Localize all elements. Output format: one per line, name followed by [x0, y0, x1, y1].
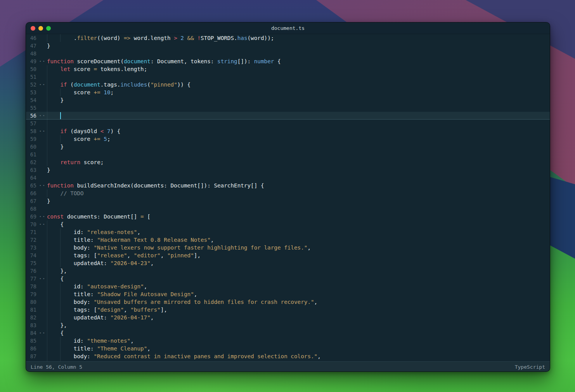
line-content[interactable]: id: "autosave-design",	[47, 283, 550, 290]
line-content[interactable]: let score = tokens.length;	[47, 65, 550, 73]
code-line[interactable]: 79 title: "Shadow File Autosave Design",	[26, 290, 550, 298]
line-content[interactable]: },	[47, 321, 550, 329]
line-content[interactable]: tags: ["release", "editor", "pinned"],	[47, 252, 550, 259]
code-line[interactable]: 53 score += 10;	[26, 88, 550, 96]
line-content[interactable]: {	[47, 329, 550, 337]
code-line[interactable]: 81 tags: ["design", "buffers"],	[26, 306, 550, 314]
line-content[interactable]: id: "theme-notes",	[47, 337, 550, 345]
code-line[interactable]: 78 id: "autosave-design",	[26, 283, 550, 290]
line-content[interactable]: const documents: Document[] = [	[47, 213, 550, 220]
code-line[interactable]: 74 tags: ["release", "editor", "pinned"]…	[26, 252, 550, 259]
code-line[interactable]: 62 return score;	[26, 158, 550, 166]
code-line[interactable]: 71 id: "release-notes",	[26, 228, 550, 236]
line-content[interactable]: updatedAt: "2026-04-23",	[47, 259, 550, 267]
code-line[interactable]: 67}	[26, 197, 550, 205]
code-line[interactable]: 76 },	[26, 267, 550, 275]
line-content[interactable]: function buildSearchIndex(documents: Doc…	[47, 182, 550, 189]
fold-marker[interactable]: ··	[39, 81, 46, 88]
line-content[interactable]: }	[47, 143, 550, 151]
code-line[interactable]: 59 score += 5;	[26, 135, 550, 143]
gutter: 77··	[26, 275, 47, 283]
code-line[interactable]: 51	[26, 73, 550, 81]
line-content[interactable]	[47, 50, 550, 57]
line-content[interactable]: .filter((word) => word.length > 2 && !ST…	[47, 34, 550, 42]
code-line[interactable]: 66 // TODO	[26, 189, 550, 197]
line-content[interactable]: body: "Unsaved buffers are mirrored to h…	[47, 298, 550, 306]
line-content[interactable]	[47, 120, 550, 127]
code-line[interactable]: 88 tags: ["theme"],	[26, 360, 550, 361]
line-content[interactable]: {	[47, 220, 550, 228]
code-line[interactable]: 65··function buildSearchIndex(documents:…	[26, 182, 550, 189]
code-line[interactable]: 56··	[26, 112, 550, 120]
code-line[interactable]: 83 },	[26, 321, 550, 329]
code-line[interactable]: 47}	[26, 42, 550, 50]
fold-marker[interactable]: ··	[39, 213, 46, 220]
code-line[interactable]: 50 let score = tokens.length;	[26, 65, 550, 73]
fold-marker[interactable]: ··	[39, 182, 46, 189]
line-content[interactable]: body: "Reduced contrast in inactive pane…	[47, 352, 550, 360]
line-content[interactable]: updatedAt: "2026-04-17",	[47, 314, 550, 321]
line-content[interactable]	[47, 151, 550, 158]
code-line[interactable]: 57	[26, 120, 550, 127]
code-line[interactable]: 68	[26, 205, 550, 213]
fold-marker[interactable]: ··	[39, 329, 46, 337]
line-content[interactable]: function scoreDocument(document: Documen…	[47, 57, 550, 65]
line-content[interactable]	[47, 112, 550, 120]
code-line[interactable]: 61	[26, 151, 550, 158]
line-content[interactable]	[47, 73, 550, 81]
line-content[interactable]: tags: ["design", "buffers"],	[47, 306, 550, 314]
gutter: 69··	[26, 213, 47, 220]
code-line[interactable]: 63}	[26, 166, 550, 174]
code-line[interactable]: 69··const documents: Document[] = [	[26, 213, 550, 220]
line-content[interactable]	[47, 205, 550, 213]
code-area[interactable]: 46 .filter((word) => word.length > 2 && …	[26, 34, 550, 361]
language-mode-status[interactable]: TypeScript	[515, 364, 545, 370]
code-line[interactable]: 48	[26, 50, 550, 57]
line-content[interactable]: score += 5;	[47, 135, 550, 143]
code-line[interactable]: 84·· {	[26, 329, 550, 337]
code-line[interactable]: 80 body: "Unsaved buffers are mirrored t…	[26, 298, 550, 306]
code-line[interactable]: 70·· {	[26, 220, 550, 228]
code-line[interactable]: 82 updatedAt: "2026-04-17",	[26, 314, 550, 321]
title-bar[interactable]: document.ts	[26, 23, 550, 34]
code-line[interactable]: 49··function scoreDocument(document: Doc…	[26, 57, 550, 65]
fold-marker[interactable]: ··	[39, 57, 46, 65]
line-content[interactable]: id: "release-notes",	[47, 228, 550, 236]
line-content[interactable]: }	[47, 197, 550, 205]
code-line[interactable]: 64	[26, 174, 550, 182]
line-content[interactable]	[47, 104, 550, 112]
code-line[interactable]: 54 }	[26, 96, 550, 104]
code-line[interactable]: 52·· if (document.tags.includes("pinned"…	[26, 81, 550, 88]
line-content[interactable]: if (document.tags.includes("pinned")) {	[47, 81, 550, 88]
line-content[interactable]: }	[47, 42, 550, 50]
line-content[interactable]	[47, 174, 550, 182]
fold-marker[interactable]: ··	[39, 275, 46, 283]
code-line[interactable]: 73 body: "Native lexers now support fast…	[26, 244, 550, 252]
line-content[interactable]: }	[47, 96, 550, 104]
code-line[interactable]: 86 title: "Theme Cleanup",	[26, 345, 550, 352]
line-content[interactable]: },	[47, 267, 550, 275]
code-line[interactable]: 75 updatedAt: "2026-04-23",	[26, 259, 550, 267]
line-content[interactable]: title: "Theme Cleanup",	[47, 345, 550, 352]
line-content[interactable]: return score;	[47, 158, 550, 166]
code-line[interactable]: 85 id: "theme-notes",	[26, 337, 550, 345]
line-content[interactable]: title: "Shadow File Autosave Design",	[47, 290, 550, 298]
code-line[interactable]: 46 .filter((word) => word.length > 2 && …	[26, 34, 550, 42]
code-line[interactable]: 72 title: "Hackerman Text 0.8 Release No…	[26, 236, 550, 244]
code-line[interactable]: 87 body: "Reduced contrast in inactive p…	[26, 352, 550, 360]
line-content[interactable]: title: "Hackerman Text 0.8 Release Notes…	[47, 236, 550, 244]
line-content[interactable]: // TODO	[47, 189, 550, 197]
code-line[interactable]: 55	[26, 104, 550, 112]
fold-marker[interactable]: ··	[39, 127, 46, 135]
line-content[interactable]: body: "Native lexers now support faster …	[47, 244, 550, 252]
code-line[interactable]: 77·· {	[26, 275, 550, 283]
code-line[interactable]: 58·· if (daysOld < 7) {	[26, 127, 550, 135]
line-content[interactable]: if (daysOld < 7) {	[47, 127, 550, 135]
code-line[interactable]: 60 }	[26, 143, 550, 151]
fold-marker[interactable]: ··	[39, 112, 46, 120]
line-content[interactable]: tags: ["theme"],	[47, 360, 550, 361]
fold-marker[interactable]: ··	[39, 220, 46, 228]
line-content[interactable]: score += 10;	[47, 88, 550, 96]
line-content[interactable]: {	[47, 275, 550, 283]
line-content[interactable]: }	[47, 166, 550, 174]
